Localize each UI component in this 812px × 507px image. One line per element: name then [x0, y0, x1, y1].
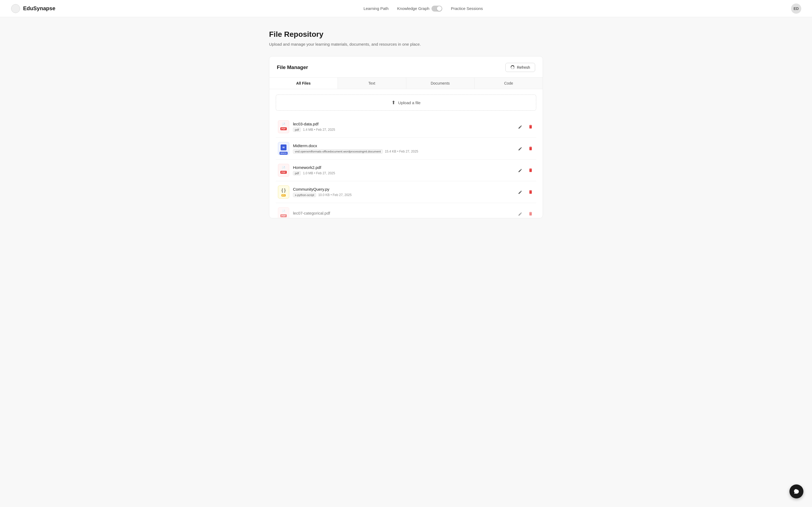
file-left: 📄 PDF Homework2.pdf pdf 1.0 MB • Feb 27,… [278, 164, 335, 177]
file-list: 📄 PDF lec03-data.pdf pdf 1.4 MB • Feb 27… [269, 116, 543, 218]
delete-icon [528, 189, 533, 194]
file-size-date: 15.4 KB • Feb 27, 2025 [385, 150, 418, 153]
file-icon-pdf: 📄 PDF [278, 207, 289, 218]
docx-badge: DOCX [280, 152, 287, 155]
file-meta: x-python-script 10.0 KB • Feb 27, 2025 [293, 193, 351, 197]
pdf-badge: PDF [280, 127, 287, 130]
upload-area[interactable]: ⬆ Upload a file [276, 95, 536, 111]
file-size-date: 10.0 KB • Feb 27, 2025 [318, 193, 351, 197]
file-type-badge: pdf [293, 127, 301, 132]
brand-logo[interactable]: 🧠 EduSynapse [11, 4, 55, 13]
nav-links: Learning Path Knowledge Graph Practice S… [363, 6, 483, 11]
edit-icon [518, 146, 523, 151]
delete-icon [528, 211, 533, 216]
tab-all-files[interactable]: All Files [269, 77, 338, 89]
delete-icon [528, 146, 533, 151]
edit-button[interactable] [517, 167, 524, 174]
edit-button[interactable] [517, 188, 524, 195]
nav-knowledge-graph[interactable]: Knowledge Graph [397, 6, 429, 11]
file-size-date: 1.0 MB • Feb 27, 2025 [303, 171, 335, 175]
brain-icon: 🧠 [11, 4, 20, 13]
file-actions [517, 210, 534, 217]
file-icon-pdf: 📄 PDF [278, 164, 289, 177]
file-info: Homework2.pdf pdf 1.0 MB • Feb 27, 2025 [293, 165, 335, 175]
page-description: Upload and manage your learning material… [269, 42, 543, 47]
navbar: 🧠 EduSynapse Learning Path Knowledge Gra… [0, 0, 812, 17]
upload-icon: ⬆ [392, 100, 396, 106]
file-info: lec03-data.pdf pdf 1.4 MB • Feb 27, 2025 [293, 122, 335, 132]
edit-icon [518, 168, 523, 173]
file-meta: pdf 1.0 MB • Feb 27, 2025 [293, 171, 335, 175]
edit-button[interactable] [517, 145, 524, 152]
edit-button[interactable] [517, 210, 524, 217]
nav-knowledge-graph-toggle: Knowledge Graph [397, 6, 442, 11]
user-avatar[interactable]: ED [791, 3, 801, 14]
file-info: Midterm.docx vnd.openxmlformats-officedo… [293, 144, 418, 154]
file-actions [517, 123, 534, 130]
tab-code[interactable]: Code [474, 77, 543, 89]
page-title: File Repository [269, 30, 543, 39]
py-badge: PY [281, 194, 285, 196]
delete-button[interactable] [527, 123, 534, 130]
svg-point-0 [11, 4, 20, 13]
pdf-icon-symbol: 📄 [282, 166, 285, 169]
file-item-homework2: 📄 PDF Homework2.pdf pdf 1.0 MB • Feb 27,… [276, 160, 536, 181]
file-type-badge: vnd.openxmlformats-officedocument.wordpr… [293, 149, 383, 154]
py-icon-symbol: { } [281, 188, 285, 193]
file-item-midterm: W DOCX Midterm.docx vnd.openxmlformats-o… [276, 138, 536, 160]
file-manager-header: File Manager Refresh [269, 56, 543, 77]
nav-learning-path[interactable]: Learning Path [363, 6, 389, 11]
pdf-icon-symbol: 📄 [282, 123, 285, 126]
file-left: 📄 PDF lec03-data.pdf pdf 1.4 MB • Feb 27… [278, 120, 335, 133]
edit-icon [518, 124, 523, 129]
tab-documents[interactable]: Documents [406, 77, 475, 89]
pdf-badge: PDF [280, 171, 287, 174]
pdf-icon-symbol: 📄 [282, 210, 285, 213]
file-name: lec07-categorical.pdf [293, 211, 330, 215]
refresh-icon [511, 65, 515, 69]
delete-icon [528, 168, 533, 173]
file-left: { } PY CommunityQuery.py x-python-script… [278, 185, 351, 199]
main-content: File Repository Upload and manage your l… [258, 17, 554, 231]
file-meta: vnd.openxmlformats-officedocument.wordpr… [293, 149, 418, 154]
docx-icon-symbol: W [281, 145, 287, 150]
edit-button[interactable] [517, 123, 524, 130]
file-name: lec03-data.pdf [293, 122, 335, 126]
file-left: W DOCX Midterm.docx vnd.openxmlformats-o… [278, 142, 418, 155]
file-icon-pdf: 📄 PDF [278, 120, 289, 133]
delete-icon [528, 124, 533, 129]
upload-label: Upload a file [398, 101, 420, 105]
file-icon-docx: W DOCX [278, 142, 289, 155]
delete-button[interactable] [527, 167, 534, 174]
file-item-lec03: 📄 PDF lec03-data.pdf pdf 1.4 MB • Feb 27… [276, 116, 536, 138]
file-actions [517, 145, 534, 152]
file-left: 📄 PDF lec07-categorical.pdf [278, 207, 330, 218]
file-name: Homework2.pdf [293, 165, 335, 170]
file-type-badge: pdf [293, 171, 301, 175]
tab-text[interactable]: Text [338, 77, 406, 89]
file-icon-py: { } PY [278, 185, 289, 199]
file-type-badge: x-python-script [293, 193, 316, 197]
file-item-lec07: 📄 PDF lec07-categorical.pdf [276, 203, 536, 218]
file-info: lec07-categorical.pdf [293, 211, 330, 217]
file-name: Midterm.docx [293, 144, 418, 148]
nav-practice-sessions[interactable]: Practice Sessions [451, 6, 483, 11]
pdf-badge: PDF [280, 214, 287, 217]
file-size-date: 1.4 MB • Feb 27, 2025 [303, 128, 335, 131]
edit-icon [518, 211, 523, 216]
file-name: CommunityQuery.py [293, 187, 351, 191]
refresh-label: Refresh [517, 65, 530, 69]
refresh-button[interactable]: Refresh [505, 63, 535, 72]
chat-fab-button[interactable] [790, 485, 803, 498]
file-meta: pdf 1.4 MB • Feb 27, 2025 [293, 127, 335, 132]
file-info: CommunityQuery.py x-python-script 10.0 K… [293, 187, 351, 197]
file-manager-card: File Manager Refresh All Files Text Docu… [269, 56, 543, 218]
delete-button[interactable] [527, 188, 534, 195]
chat-icon [794, 489, 799, 494]
knowledge-graph-toggle-switch[interactable] [431, 6, 442, 11]
file-tabs: All Files Text Documents Code [269, 77, 543, 89]
delete-button[interactable] [527, 210, 534, 217]
delete-button[interactable] [527, 145, 534, 152]
file-actions [517, 188, 534, 195]
edit-icon [518, 189, 523, 194]
